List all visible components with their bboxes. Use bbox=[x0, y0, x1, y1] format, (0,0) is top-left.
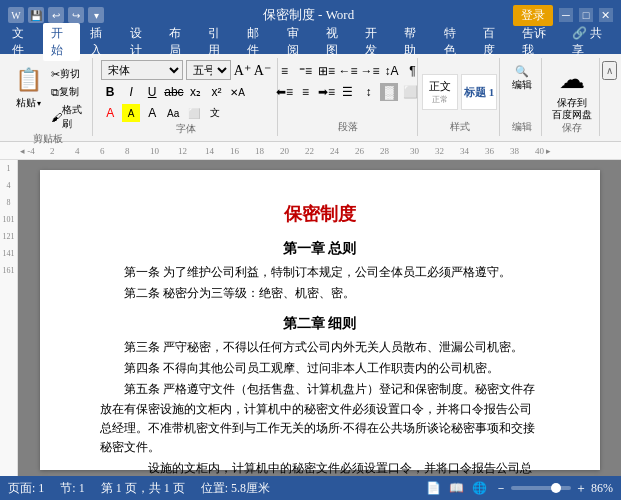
content-area: 1 4 8 101 121 141 161 保密制度 第一章 总则 第一条 为了… bbox=[0, 160, 621, 476]
menu-mailings[interactable]: 邮件 bbox=[239, 23, 276, 61]
article-5-cont1: 设施的文柜内，计算机中的秘密文件必须设置口令，并将口令报告公司总经理。 bbox=[100, 459, 540, 476]
ribbon-styles-group: 正文 正常 标题 1 样式 bbox=[420, 58, 500, 136]
copy-button[interactable]: ⧉ 复制 bbox=[48, 84, 86, 100]
case-button[interactable]: Aa bbox=[164, 104, 182, 122]
view-mode-print[interactable]: 📄 bbox=[426, 481, 441, 496]
line-spacing-button[interactable]: ↕ bbox=[359, 83, 377, 101]
border-button[interactable]: ⬜ bbox=[401, 83, 419, 101]
format-painter-button[interactable]: 🖌 格式刷 bbox=[48, 102, 86, 132]
document-wrapper[interactable]: 保密制度 第一章 总则 第一条 为了维护公司利益，特制订本规定，公司全体员工必须… bbox=[18, 160, 621, 476]
word-icon: W bbox=[8, 7, 24, 23]
redo-icon[interactable]: ↪ bbox=[68, 7, 84, 23]
zoom-bar: － ＋ 86% bbox=[495, 480, 613, 497]
maximize-button[interactable]: □ bbox=[579, 8, 593, 22]
ribbon-collapse-button[interactable]: ∧ bbox=[602, 61, 617, 80]
menu-baidu[interactable]: 百度 bbox=[475, 23, 512, 61]
multilevel-list-button[interactable]: ⊞≡ bbox=[317, 62, 335, 80]
v-ruler-7: 161 bbox=[3, 266, 15, 275]
ruler-mark-18: 18 bbox=[255, 146, 264, 156]
zoom-slider[interactable] bbox=[511, 486, 571, 490]
menu-developer[interactable]: 开发 bbox=[357, 23, 394, 61]
ribbon-paragraph-group: ≡ ⁼≡ ⊞≡ ←≡ →≡ ↕A ¶ ⬅≡ ≡ ➡≡ ☰ ↕ ▓ ⬜ 段落 bbox=[280, 58, 418, 136]
shade-button[interactable]: A bbox=[143, 104, 161, 122]
ruler-mark-34: 34 bbox=[460, 146, 469, 156]
ribbon: 📋 粘贴 ▾ ✂ 剪切 ⧉ 复制 🖌 格式刷 bbox=[0, 54, 621, 142]
style-normal[interactable]: 正文 正常 bbox=[422, 74, 458, 110]
ruler-mark-14: 14 bbox=[205, 146, 214, 156]
strikethrough-button[interactable]: abc bbox=[164, 83, 183, 101]
menu-file[interactable]: 文件 bbox=[4, 23, 41, 61]
align-right-button[interactable]: ➡≡ bbox=[317, 83, 335, 101]
menu-layout[interactable]: 布局 bbox=[161, 23, 198, 61]
view-mode-web[interactable]: 🌐 bbox=[472, 481, 487, 496]
clear-format-button[interactable]: ✕A bbox=[229, 83, 247, 101]
list-number-button[interactable]: ⁼≡ bbox=[296, 62, 314, 80]
menu-home[interactable]: 开始 bbox=[43, 23, 80, 61]
status-right: 📄 📖 🌐 － ＋ 86% bbox=[426, 480, 613, 497]
menu-tell-me[interactable]: 吿诉我 bbox=[514, 23, 562, 61]
bold-button[interactable]: B bbox=[101, 83, 119, 101]
paste-dropdown-icon[interactable]: ▾ bbox=[37, 99, 41, 108]
zoom-out-button[interactable]: － bbox=[495, 480, 507, 497]
list-bullet-button[interactable]: ≡ bbox=[275, 62, 293, 80]
menu-share[interactable]: 🔗 共享 bbox=[564, 23, 617, 61]
chapter1-title: 第一章 总则 bbox=[100, 237, 540, 259]
phonetic-button[interactable]: 文 bbox=[206, 104, 224, 122]
font-size-select[interactable]: 五号 bbox=[186, 60, 231, 80]
close-button[interactable]: ✕ bbox=[599, 8, 613, 22]
ribbon-collapse-area: ∧ bbox=[602, 58, 617, 80]
indent-decrease-button[interactable]: ←≡ bbox=[338, 62, 357, 80]
ruler-mark-40: 40 ▸ bbox=[535, 146, 551, 156]
format-painter-icon: 🖌 bbox=[51, 111, 62, 123]
justify-button[interactable]: ☰ bbox=[338, 83, 356, 101]
show-marks-button[interactable]: ¶ bbox=[404, 62, 422, 80]
baidu-save-icon[interactable]: ☁ bbox=[559, 64, 585, 95]
menu-design[interactable]: 设计 bbox=[122, 23, 159, 61]
article-5: 第五条 严格遵守文件（包括售盘、计算机盘片）登记和保密制度。秘密文件存放在有保密… bbox=[100, 380, 540, 457]
customize-icon[interactable]: ▾ bbox=[88, 7, 104, 23]
find-label: 编辑 bbox=[512, 78, 532, 92]
menu-view[interactable]: 视图 bbox=[318, 23, 355, 61]
highlight-button[interactable]: A bbox=[122, 104, 140, 122]
ruler-mark-16: 16 bbox=[230, 146, 239, 156]
minimize-button[interactable]: ─ bbox=[559, 8, 573, 22]
chapter2-title: 第二章 细则 bbox=[100, 312, 540, 334]
superscript-button[interactable]: x² bbox=[208, 83, 226, 101]
underline-button[interactable]: U bbox=[143, 83, 161, 101]
ruler-mark-32: 32 bbox=[435, 146, 444, 156]
zoom-slider-thumb bbox=[551, 483, 561, 493]
status-bar: 页面: 1 节: 1 第 1 页，共 1 页 位置: 5.8厘米 📄 📖 🌐 －… bbox=[0, 476, 621, 500]
save-icon[interactable]: 💾 bbox=[28, 7, 44, 23]
menu-review[interactable]: 审阅 bbox=[279, 23, 316, 61]
align-center-button[interactable]: ≡ bbox=[296, 83, 314, 101]
align-left-button[interactable]: ⬅≡ bbox=[275, 83, 293, 101]
ruler-mark-30: 30 bbox=[410, 146, 419, 156]
cut-button[interactable]: ✂ 剪切 bbox=[48, 66, 86, 82]
menu-references[interactable]: 引用 bbox=[200, 23, 237, 61]
find-button[interactable]: 🔍 编辑 bbox=[509, 64, 535, 93]
style-heading1[interactable]: 标题 1 bbox=[461, 74, 497, 110]
char-border-button[interactable]: ⬜ bbox=[185, 104, 203, 122]
view-mode-read[interactable]: 📖 bbox=[449, 481, 464, 496]
shading-button[interactable]: ▓ bbox=[380, 83, 398, 101]
zoom-in-button[interactable]: ＋ bbox=[575, 480, 587, 497]
ruler: ◂ -4 2 4 6 8 10 12 14 16 18 20 22 24 26 … bbox=[0, 142, 621, 160]
paste-button[interactable]: 📋 粘贴 ▾ bbox=[10, 62, 46, 112]
clipboard-label: 剪贴板 bbox=[33, 132, 63, 146]
menu-help[interactable]: 帮助 bbox=[396, 23, 433, 61]
edit-label: 编辑 bbox=[512, 120, 532, 134]
font-name-select[interactable]: 宋体 bbox=[101, 60, 183, 80]
shrink-font-button[interactable]: A⁻ bbox=[254, 62, 271, 79]
font-color-button[interactable]: A bbox=[101, 104, 119, 122]
indent-increase-button[interactable]: →≡ bbox=[360, 62, 379, 80]
undo-icon[interactable]: ↩ bbox=[48, 7, 64, 23]
sort-button[interactable]: ↕A bbox=[383, 62, 401, 80]
italic-button[interactable]: I bbox=[122, 83, 140, 101]
paste-label: 粘贴 bbox=[16, 96, 36, 110]
zoom-level: 86% bbox=[591, 481, 613, 496]
menu-insert[interactable]: 插入 bbox=[82, 23, 119, 61]
grow-font-button[interactable]: A⁺ bbox=[234, 62, 251, 79]
subscript-button[interactable]: x₂ bbox=[187, 83, 205, 101]
document[interactable]: 保密制度 第一章 总则 第一条 为了维护公司利益，特制订本规定，公司全体员工必须… bbox=[40, 170, 600, 470]
menu-special[interactable]: 特色 bbox=[436, 23, 473, 61]
